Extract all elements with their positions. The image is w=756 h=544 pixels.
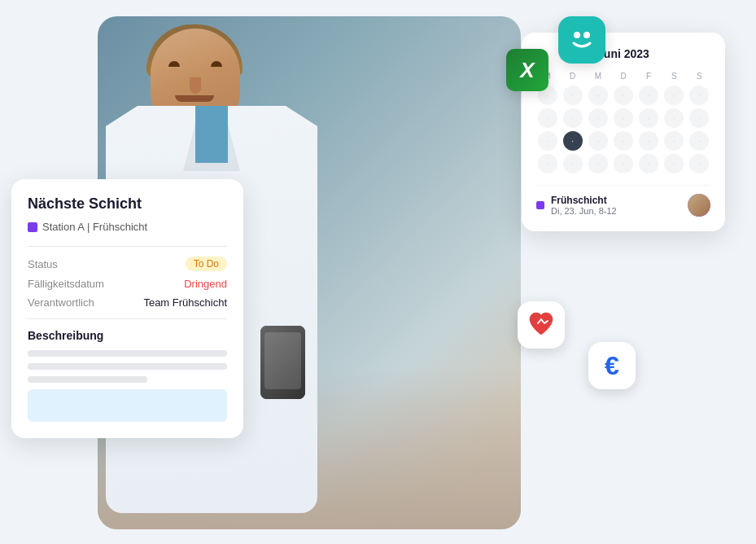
card-calendar: Juni 2023 M D M D F S S · · · · · · · · … [522,33,725,231]
cal-cell-24: · [588,154,608,173]
station-badge: Station A | Frühschicht [28,221,227,233]
verantwortlich-value: Team Frühschicht [143,296,227,309]
text-line-3 [28,376,147,383]
cal-cell-27: · [664,154,684,173]
euro-app-icon[interactable]: € [588,342,636,389]
cal-cell-10: · [588,108,608,128]
heart-icon [527,310,556,340]
svg-point-0 [574,32,580,38]
cal-header-d2: D [612,70,634,82]
cal-cell-11: · [614,108,633,128]
cal-cell-15: · [538,131,557,151]
status-row: Status To Do [28,257,227,271]
cal-cell-22: · [538,154,557,173]
event-subtitle: Di, 23. Jun, 8-12 [551,206,681,216]
cal-cell-13: · [664,108,684,128]
cal-cell-7: · [689,86,709,105]
cal-cell-3: · [588,86,608,105]
cal-cell-25: · [614,154,633,173]
calendar-grid: M D M D F S S · · · · · · · · · · · · · … [536,70,710,173]
event-dot [536,201,544,209]
excel-app-icon[interactable]: X [506,49,548,91]
cal-header-m2: M [587,70,609,82]
cal-header-d1: D [562,70,583,82]
cal-cell-26: · [639,154,658,173]
cal-cell-5: · [639,86,658,105]
cal-cell-23: · [563,154,583,173]
excel-letter: X [520,58,534,83]
cal-cell-9: · [563,108,583,128]
heart-app-icon[interactable] [518,301,565,349]
cal-header-f: F [638,70,660,82]
status-label: Status [28,258,58,270]
euro-icon: € [605,351,619,381]
uki-smile-icon [567,25,596,55]
cal-cell-19: · [639,131,658,151]
verantwortlich-row: Verantwortlich Team Frühschicht [28,296,227,309]
cal-cell-2: · [563,86,583,105]
card-schicht: Nächste Schicht Station A | Frühschicht … [11,179,243,438]
uki-app-icon[interactable] [558,16,605,64]
cal-cell-12: · [639,108,658,128]
cal-header-s2: S [688,70,710,82]
cal-cell-18: · [614,131,633,151]
divider-1 [28,246,227,247]
event-title: Frühschicht [551,195,681,206]
event-avatar [688,194,710,217]
station-dot [28,222,37,232]
faellig-row: Fälligkeitsdatum Dringend [28,278,227,290]
text-line-2 [28,363,227,370]
text-box [28,389,227,422]
text-line-1 [28,350,227,357]
cal-cell-6: · [664,86,684,105]
cal-cell-28: · [689,154,709,173]
cal-header-s1: S [663,70,685,82]
beschreibung-title: Beschreibung [28,329,227,342]
cal-cell-20: · [664,131,684,151]
schicht-title: Nächste Schicht [28,195,227,213]
verantwortlich-label: Verantwortlich [28,296,94,309]
faellig-value: Dringend [184,278,227,290]
status-badge: To Do [186,257,227,271]
cal-cell-8: · [538,108,557,128]
divider-2 [28,318,227,319]
event-text: Frühschicht Di, 23. Jun, 8-12 [551,195,681,216]
faellig-label: Fälligkeitsdatum [28,278,104,290]
cal-cell-21: · [689,131,709,151]
cal-cell-active: · [563,131,583,151]
calendar-event: Frühschicht Di, 23. Jun, 8-12 [536,185,710,217]
station-text: Station A | Frühschicht [42,221,147,233]
cal-cell-14: · [689,108,709,128]
cal-cell-17: · [588,131,608,151]
cal-cell-4: · [614,86,633,105]
svg-point-1 [583,32,590,38]
